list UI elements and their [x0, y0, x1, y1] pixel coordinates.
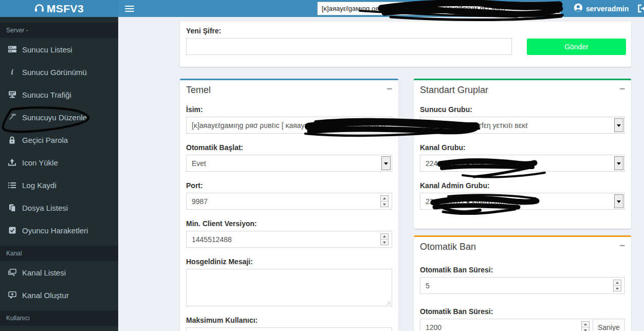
chevron-down-icon[interactable] [614, 194, 623, 208]
max-clients-input[interactable] [186, 327, 392, 331]
new-password-panel: Yeni Şifre: Gönder [180, 22, 631, 67]
sidebar-item-label: Icon Yükle [22, 158, 58, 167]
collapse-minus-icon[interactable]: − [619, 85, 625, 93]
auto-ban-seconds-input[interactable] [420, 319, 593, 331]
port-input[interactable] [186, 193, 392, 210]
sidebar-item-kanal-listesi[interactable]: Kanal Listesi [0, 261, 118, 284]
server-select-value: [κ]aяayεℓgaмıηg ρяσ ρυвℓıc [ κaяayεℓ ] κ… [318, 2, 550, 15]
channel-group-select[interactable]: 224 κaяayεℓ ♦ κaяayεℓfσяυм.ηεт [420, 155, 625, 172]
top-navbar: MSFV3 [κ]aяayεℓgaмıηg ρяσ ρυвℓıc [ κaяay… [0, 0, 644, 17]
port-label: Port: [186, 181, 392, 190]
sidebar-toggle-button[interactable] [125, 4, 134, 12]
autostart-select[interactable]: Evet [186, 155, 392, 172]
server-group-label: Sunucu Grubu: [420, 105, 625, 114]
channel-admin-group-label: Kanal Admin Grubu: [420, 181, 625, 190]
username-text: serveradmin [586, 5, 629, 13]
sidebar-section-kullanici: Kullanıcı [0, 310, 118, 326]
auto-ban-panel: Otomatik Ban − Otomatik Ban Süresi: Otom… [414, 235, 631, 331]
sidebar-item-label: Oyuncu Haraketleri [22, 226, 88, 235]
chevron-down-icon[interactable] [551, 3, 560, 14]
max-clients-label: Maksimum Kullanıcı: [186, 316, 392, 324]
chevron-down-icon[interactable] [381, 156, 391, 170]
welcome-message-textarea[interactable] [186, 269, 392, 306]
sidebar-item-oyuncu-haraketleri[interactable]: Oyuncu Haraketleri [0, 219, 118, 242]
sign-out-icon[interactable] [637, 4, 644, 15]
edit-pencil-icon [8, 114, 16, 121]
channel-admin-group-select[interactable]: 224 κaяayεℓ ♦ κaяayεℓfσяυм.ηεт [420, 193, 625, 210]
autostart-label: Otomatik Başlat: [186, 143, 392, 152]
headphones-icon [34, 3, 44, 15]
sidebar-item-label: Kanal Oluştur [22, 291, 69, 300]
comment-plus-icon [8, 291, 16, 299]
hamburger-icon [125, 6, 134, 12]
sidebar-item-label: Sunucuyu Düzenle [22, 113, 87, 122]
sidebar-item-label: Sunucu Listesi [22, 45, 72, 54]
seconds-addon: Saniye [593, 319, 625, 331]
chevron-down-icon[interactable] [614, 118, 623, 132]
new-password-input[interactable] [186, 38, 512, 55]
sidebar-item-sunucuyu-duzenle[interactable]: Sunucuyu Düzenle [0, 106, 118, 128]
basic-settings-panel: Temel − İsim: Otomatik Başlat: Evet Port… [180, 79, 398, 331]
channel-admin-group-select-value: 224 κaяayεℓ ♦ κaяayεℓfσяυм.ηεт [426, 197, 528, 206]
number-spinner[interactable] [380, 233, 389, 245]
files-copy-icon [8, 204, 16, 212]
list-icon [8, 182, 16, 189]
sidebar-item-sunucu-trafigi[interactable]: Sunucu Trafiği [0, 83, 118, 106]
panel-title: Standart Gruplar [420, 85, 488, 96]
sidebar-item-label: Kanal Listesi [22, 268, 66, 277]
channel-group-select-value: 224 κaяayεℓ ♦ κaяayεℓfσяυм.ηεт [426, 159, 528, 168]
sidebar-item-sunucu-gorunumu[interactable]: i Sunucu Görünümü [0, 61, 118, 83]
auto-ban-duration-label: Otomatik Ban Süresi: [420, 266, 625, 274]
number-spinner[interactable] [581, 321, 590, 331]
info-icon: i [8, 68, 16, 77]
server-traffic-icon [8, 91, 16, 98]
min-client-label: Min. Client Versiyon: [186, 219, 392, 228]
sidebar-item-label: Log Kaydi [22, 181, 57, 190]
sidebar-nav: Server - Sunucu Listesi i Sunucu Görünüm… [0, 17, 118, 331]
sidebar-item-label: Geçici Parola [22, 136, 68, 144]
sidebar-item-label: Dosya Listesi [22, 204, 68, 212]
server-group-select[interactable]: 150 κaяayεℓ ♦ ℓüтfεη yεтκıℓı вεκℓ [420, 117, 625, 134]
brand-text: MSFV3 [47, 3, 84, 15]
sidebar-item-gecici-parola[interactable]: Geçici Parola [0, 128, 118, 151]
server-select[interactable]: [κ]aяayεℓgaмıηg ρяσ ρυвℓıc [ κaяayεℓ ] κ… [317, 2, 561, 15]
channel-group-label: Kanal Grubu: [420, 143, 625, 152]
panel-title: Temel [186, 85, 211, 96]
user-circle-icon [574, 3, 583, 14]
panel-title: Otomatik Ban [420, 242, 476, 252]
server-stack-icon [8, 46, 16, 53]
sidebar-section-server: Server - [0, 23, 118, 38]
user-menu[interactable]: serveradmin [574, 0, 629, 17]
sidebar-section-kanal: Kanal [0, 246, 118, 261]
check-square-icon [8, 227, 16, 234]
resize-grip-icon[interactable] [386, 300, 391, 305]
number-spinner[interactable] [613, 280, 621, 291]
welcome-message-label: Hosgeldiniz Mesaji: [186, 258, 392, 266]
sidebar-item-sunucu-listesi[interactable]: Sunucu Listesi [0, 38, 118, 61]
sidebar-item-kanal-olustur[interactable]: Kanal Oluştur [0, 284, 118, 306]
name-label: İsim: [186, 105, 392, 114]
collapse-minus-icon[interactable]: − [387, 85, 392, 93]
autostart-select-value: Evet [192, 159, 206, 168]
default-groups-panel: Standart Gruplar − Sunucu Grubu: 150 κaя… [414, 79, 631, 229]
sidebar-item-label: Sunucu Görünümü [22, 68, 87, 77]
sidebar-item-log-kaydi[interactable]: Log Kaydi [0, 174, 118, 196]
upload-icon [8, 159, 16, 166]
sidebar-item-icon-yukle[interactable]: Icon Yükle [0, 151, 118, 174]
chevron-down-icon[interactable] [614, 156, 623, 170]
auto-ban-count-input[interactable] [420, 277, 625, 294]
number-spinner[interactable] [380, 195, 389, 207]
collapse-minus-icon[interactable]: − [619, 242, 625, 250]
app-logo[interactable]: MSFV3 [0, 0, 118, 17]
new-password-label: Yeni Şifre: [186, 27, 221, 35]
sidebar-item-label: Sunucu Trafiği [22, 90, 71, 99]
auto-ban-duration-label: Otomatik Ban Süresi: [420, 307, 625, 316]
send-button[interactable]: Gönder [527, 39, 626, 55]
min-client-version-input[interactable] [186, 231, 392, 248]
server-name-input[interactable] [186, 117, 392, 134]
comments-icon [8, 269, 16, 276]
sidebar-item-dosya-listesi[interactable]: Dosya Listesi [0, 196, 118, 219]
server-group-select-value: 150 κaяayεℓ ♦ ℓüтfεη yεтκıℓı вεκℓ [426, 121, 528, 130]
lock-icon [8, 136, 16, 144]
